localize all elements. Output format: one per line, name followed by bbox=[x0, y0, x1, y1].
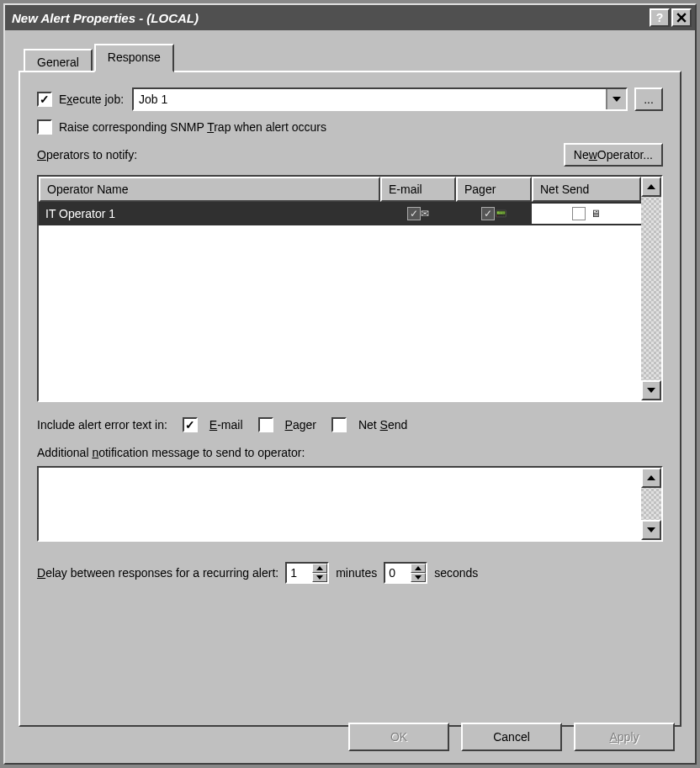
computer-icon: 🖥 bbox=[591, 208, 601, 220]
chevron-down-icon bbox=[612, 95, 621, 103]
chevron-up-icon bbox=[415, 566, 422, 570]
dialog-buttons: OK Cancel Apply bbox=[348, 723, 675, 751]
execute-job-label: Execute job: bbox=[59, 93, 124, 106]
seconds-down-button[interactable] bbox=[411, 573, 426, 582]
seconds-label: seconds bbox=[434, 566, 478, 580]
col-pager[interactable]: Pager bbox=[456, 177, 532, 202]
grid-header: Operator Name E-mail Pager Net Send bbox=[39, 177, 641, 202]
operators-label: Operators to notify: bbox=[37, 148, 137, 162]
title-bar: New Alert Properties - (LOCAL) ? bbox=[5, 5, 695, 30]
include-email-label: E-mail bbox=[209, 418, 243, 432]
snmp-row: Raise corresponding SNMP Trap when alert… bbox=[37, 119, 663, 135]
seconds-up-button[interactable] bbox=[411, 564, 426, 573]
minutes-label: minutes bbox=[336, 566, 377, 580]
cell-operator-name: IT Operator 1 bbox=[39, 204, 380, 224]
new-operator-button[interactable]: New Operator... bbox=[564, 143, 663, 167]
netsend-checkbox[interactable] bbox=[572, 207, 586, 220]
scroll-up-button[interactable] bbox=[641, 177, 661, 197]
mail-icon: ✉ bbox=[421, 208, 429, 220]
col-netsend[interactable]: Net Send bbox=[532, 177, 641, 202]
delay-seconds-spinner[interactable] bbox=[384, 562, 427, 584]
cell-email[interactable]: ✉ bbox=[380, 204, 456, 224]
chevron-down-icon bbox=[316, 575, 323, 580]
dialog-window: New Alert Properties - (LOCAL) ? General… bbox=[3, 3, 697, 765]
minutes-down-button[interactable] bbox=[312, 573, 327, 582]
execute-job-value: Job 1 bbox=[134, 89, 606, 109]
delay-label: Delay between responses for a recurring … bbox=[37, 566, 278, 580]
scrollbar-track[interactable] bbox=[641, 488, 661, 520]
chevron-down-icon bbox=[647, 527, 655, 532]
additional-message-section: Additional notification message to send … bbox=[37, 446, 663, 542]
execute-job-combo[interactable]: Job 1 bbox=[132, 87, 628, 111]
tab-bar: General Response bbox=[24, 44, 681, 72]
execute-job-dropdown-button[interactable] bbox=[606, 89, 626, 109]
include-netsend-checkbox[interactable] bbox=[331, 417, 347, 432]
execute-job-checkbox[interactable] bbox=[37, 92, 52, 107]
scroll-down-button[interactable] bbox=[641, 380, 661, 400]
delay-row: Delay between responses for a recurring … bbox=[37, 562, 663, 584]
minutes-spin-buttons bbox=[312, 564, 327, 582]
chevron-up-icon bbox=[647, 184, 655, 189]
apply-button[interactable]: Apply bbox=[574, 723, 675, 751]
snmp-checkbox[interactable] bbox=[37, 119, 52, 135]
minutes-up-button[interactable] bbox=[312, 564, 327, 573]
include-error-text-row: Include alert error text in: E-mail Page… bbox=[37, 417, 663, 432]
chevron-up-icon bbox=[316, 566, 323, 570]
chevron-down-icon bbox=[647, 388, 655, 393]
operators-grid: Operator Name E-mail Pager Net Send IT O… bbox=[37, 175, 663, 402]
execute-job-row: Execute job: Job 1 ... bbox=[37, 87, 663, 111]
execute-job-browse-button[interactable]: ... bbox=[634, 87, 663, 111]
cell-netsend[interactable]: 🖥 bbox=[532, 204, 641, 224]
delay-minutes-spinner[interactable] bbox=[285, 562, 329, 584]
textarea-scrollbar[interactable] bbox=[641, 468, 661, 540]
close-icon bbox=[676, 13, 687, 23]
tab-panel-response: Execute job: Job 1 ... Raise correspondi… bbox=[19, 71, 681, 727]
include-netsend-wrap: Net Send bbox=[331, 417, 407, 432]
include-email-wrap: E-mail bbox=[183, 417, 243, 432]
tab-response[interactable]: Response bbox=[94, 44, 174, 72]
col-operator-name[interactable]: Operator Name bbox=[39, 177, 380, 202]
chevron-down-icon bbox=[415, 575, 422, 580]
pager-icon: 📟 bbox=[495, 208, 507, 220]
scrollbar-track[interactable] bbox=[641, 197, 661, 380]
close-button[interactable] bbox=[671, 8, 692, 27]
email-checkbox[interactable] bbox=[407, 207, 421, 220]
cancel-button[interactable]: Cancel bbox=[461, 723, 562, 751]
include-netsend-label: Net Send bbox=[358, 418, 407, 432]
col-email[interactable]: E-mail bbox=[380, 177, 456, 202]
seconds-spin-buttons bbox=[411, 564, 426, 582]
table-row[interactable]: IT Operator 1 ✉ 📟 🖥 bbox=[39, 202, 641, 225]
help-button[interactable]: ? bbox=[650, 8, 670, 27]
delay-seconds-input[interactable] bbox=[385, 564, 411, 582]
grid-scrollbar[interactable] bbox=[641, 177, 661, 400]
client-area: General Response Execute job: Job 1 ... bbox=[5, 30, 695, 763]
additional-message-text[interactable] bbox=[39, 468, 641, 540]
grid-main: Operator Name E-mail Pager Net Send IT O… bbox=[39, 177, 641, 400]
include-pager-wrap: Pager bbox=[258, 417, 316, 432]
cell-pager[interactable]: 📟 bbox=[456, 204, 532, 224]
additional-message-field[interactable] bbox=[37, 466, 663, 542]
scroll-up-button[interactable] bbox=[641, 468, 661, 488]
chevron-up-icon bbox=[647, 475, 655, 480]
window-title: New Alert Properties - (LOCAL) bbox=[8, 11, 648, 25]
grid-body: IT Operator 1 ✉ 📟 🖥 bbox=[39, 202, 641, 400]
snmp-label: Raise corresponding SNMP Trap when alert… bbox=[59, 120, 326, 134]
include-label: Include alert error text in: bbox=[37, 418, 167, 432]
include-pager-label: Pager bbox=[285, 418, 316, 432]
include-email-checkbox[interactable] bbox=[183, 417, 198, 432]
scroll-down-button[interactable] bbox=[641, 520, 661, 540]
operators-header-row: Operators to notify: New Operator... bbox=[37, 143, 663, 167]
include-pager-checkbox[interactable] bbox=[258, 417, 273, 432]
pager-checkbox[interactable] bbox=[481, 207, 495, 220]
additional-message-label: Additional notification message to send … bbox=[37, 446, 305, 459]
delay-minutes-input[interactable] bbox=[287, 564, 312, 582]
ok-button[interactable]: OK bbox=[348, 723, 449, 751]
